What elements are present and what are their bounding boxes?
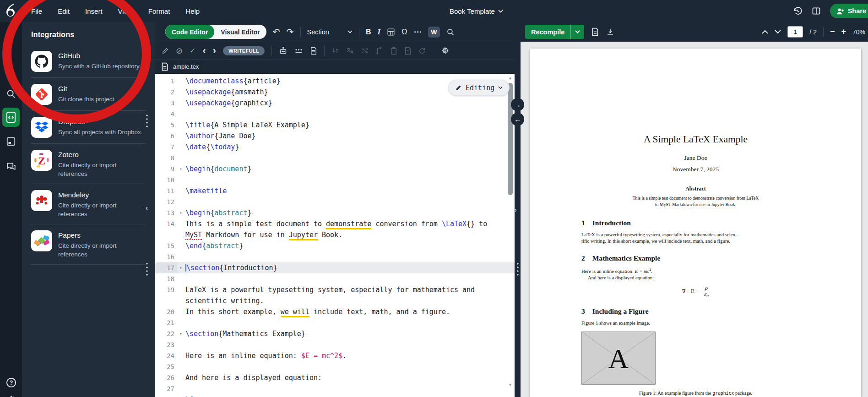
bold-button[interactable]: B [366, 28, 371, 36]
fold-arrow-icon[interactable]: ▾ [177, 262, 184, 273]
expand-right-icon[interactable]: → [511, 98, 524, 111]
code-line-19[interactable]: 19LaTeX is a powerful typesetting system… [155, 284, 515, 295]
fold-arrow-icon[interactable]: ▾ [177, 328, 184, 339]
page-number-input[interactable]: 1 [787, 26, 803, 38]
code-line-3[interactable]: 3\usepackage{graphicx} [155, 98, 515, 109]
code-line-26[interactable]: 26And here is a displayed equation: [155, 372, 515, 383]
document-check-icon[interactable] [310, 47, 317, 55]
insert-symbol-icon[interactable]: Ω [401, 27, 407, 37]
more-options-icon[interactable]: ⋯ [414, 27, 422, 37]
code-line-11[interactable]: 11\maketitle [155, 185, 515, 196]
tab-visual-editor[interactable]: Visual Editor [214, 25, 266, 39]
search-icon[interactable] [0, 89, 22, 99]
editing-mode-dropdown[interactable]: Editing [448, 80, 510, 96]
integration-item-mendeley[interactable]: MendeleyCite directly or import referenc… [31, 184, 146, 224]
menu-view[interactable]: View [118, 7, 133, 15]
section-style-dropdown[interactable]: Section [307, 28, 353, 36]
insert-table-icon[interactable] [387, 28, 395, 36]
zoom-level-label[interactable]: 70% [852, 28, 865, 36]
menu-help[interactable]: Help [185, 7, 200, 15]
expand-left-icon[interactable]: ← [511, 113, 524, 126]
zoom-out-button[interactable]: − [830, 27, 835, 37]
fold-arrow-icon[interactable]: ▾ [177, 207, 184, 218]
code-line-15[interactable]: 15\end{abstract} [155, 240, 515, 251]
integration-item-dropbox[interactable]: DropboxSync all projects with Dropbox. [31, 111, 146, 144]
code-line-25[interactable]: 25 [155, 361, 515, 372]
code-line-4[interactable]: 4 [155, 109, 515, 120]
history-icon[interactable] [793, 6, 803, 16]
code-line-27[interactable]: 27 [155, 383, 515, 394]
undo-icon[interactable]: ↶ [273, 27, 280, 37]
menu-edit[interactable]: Edit [58, 7, 70, 15]
panel-drag-handle[interactable] [146, 114, 148, 128]
chat-icon[interactable] [0, 162, 22, 172]
code-line-28[interactable]: 28\[ [155, 394, 515, 397]
code-line-wrap[interactable]: scientific writing. [155, 295, 515, 306]
tab-code-editor[interactable]: Code Editor [165, 25, 214, 39]
code-line-24[interactable]: 24Here is an inline equation: $E = mc^2$… [155, 350, 515, 361]
ai-robot-icon[interactable] [279, 47, 288, 55]
scroll-up-icon[interactable]: ▲ [507, 75, 514, 81]
code-line-18[interactable]: 18 [155, 273, 515, 284]
suggestions-dots-icon[interactable] [294, 47, 303, 54]
code-line-12[interactable]: 12 [155, 196, 515, 207]
writefull-settings-gear-icon[interactable] [441, 47, 449, 55]
file-tab-sample-tex[interactable]: ample.tex [173, 63, 199, 70]
code-line-20[interactable]: 20In this short example, we will include… [155, 306, 515, 317]
code-line-14[interactable]: 14This is a simple test document to demo… [155, 218, 515, 229]
project-title-dropdown[interactable]: Book Template [450, 0, 503, 22]
search-icon[interactable] [446, 28, 455, 36]
overleaf-logo-icon[interactable] [0, 3, 21, 19]
block-icon[interactable]: ⊘ [176, 46, 183, 56]
view-logs-icon[interactable] [591, 27, 599, 36]
close-icon[interactable]: × [141, 31, 146, 38]
share-button[interactable]: Share [830, 4, 868, 18]
scroll-down-icon[interactable]: ▼ [507, 381, 514, 388]
page-down-chevron-icon[interactable] [775, 30, 781, 34]
code-line-10[interactable]: 10 [155, 174, 515, 185]
panel-drag-handle[interactable] [146, 262, 148, 277]
redo-icon[interactable]: ↷ [287, 27, 294, 37]
scrollbar-thumb[interactable] [508, 83, 513, 195]
recompile-dropdown-chevron-icon[interactable] [571, 30, 584, 33]
image-icon[interactable] [0, 136, 22, 147]
italic-button[interactable]: I [377, 27, 380, 37]
integration-item-papers[interactable]: PapersCite directly or import references [31, 224, 146, 265]
collapse-preview-chevron-icon[interactable]: › [515, 206, 517, 213]
collapse-panel-chevron-icon[interactable]: ‹ [146, 204, 148, 212]
fold-arrow-icon[interactable]: ▾ [177, 163, 184, 174]
prev-suggestion-icon[interactable]: ‹ [203, 45, 206, 57]
writefull-w-icon[interactable]: W [428, 27, 440, 38]
code-line-7[interactable]: 7\date{\today} [155, 141, 515, 152]
divider-drag-handle[interactable] [516, 262, 519, 277]
code-line-5[interactable]: 5\title{A Simple LaTeX Example} [155, 120, 515, 131]
code-editor-pane[interactable]: 1\documentclass{article}2\usepackage{ams… [155, 74, 515, 397]
menu-insert[interactable]: Insert [85, 7, 103, 15]
menu-file[interactable]: File [31, 7, 42, 15]
code-line-21[interactable]: 21 [155, 317, 515, 328]
page-up-chevron-icon[interactable] [762, 30, 768, 34]
code-line-22[interactable]: 22▾\section{Mathematics Example} [155, 328, 515, 339]
code-line-wrap[interactable]: MyST Markdown for use in Jupyter Book. [155, 229, 515, 240]
code-line-16[interactable]: 16 [155, 251, 515, 262]
code-line-9[interactable]: 9▾\begin{document} [155, 163, 515, 174]
integration-item-zotero[interactable]: ZZoteroCite directly or import reference… [31, 144, 146, 184]
zoom-in-button[interactable]: + [841, 27, 846, 37]
integration-item-github[interactable]: GitHubSync with a GitHub repository. [31, 45, 146, 78]
rail-item-editor-active[interactable] [2, 108, 20, 127]
next-suggestion-icon[interactable]: › [213, 45, 216, 57]
code-line-23[interactable]: 23 [155, 339, 515, 350]
code-line-6[interactable]: 6\author{Jane Doe} [155, 131, 515, 141]
accept-check-icon[interactable]: ✓ [190, 46, 195, 55]
integration-item-git[interactable]: GitGit clone this project. [31, 78, 146, 111]
code-line-17[interactable]: 17▾\section{Introduction} [155, 262, 515, 273]
gear-icon[interactable] [0, 395, 22, 397]
menu-format[interactable]: Format [148, 7, 170, 15]
pencil-icon[interactable] [162, 47, 169, 54]
code-line-8[interactable]: 8 [155, 152, 515, 163]
layout-panel-icon[interactable] [812, 6, 821, 16]
download-pdf-icon[interactable] [606, 28, 614, 36]
help-icon[interactable]: ? [0, 377, 22, 388]
recompile-button[interactable]: Recompile [525, 25, 584, 39]
code-line-13[interactable]: 13▾\begin{abstract} [155, 207, 515, 218]
